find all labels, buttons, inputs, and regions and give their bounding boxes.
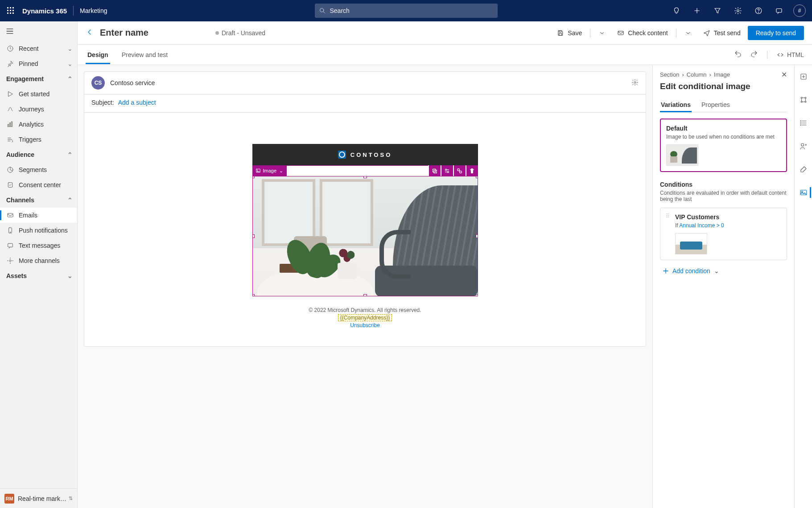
nav-text[interactable]: Text messages xyxy=(0,238,77,253)
resize-handle[interactable] xyxy=(363,294,367,296)
svg-rect-24 xyxy=(12,122,12,127)
tab-properties[interactable]: Properties xyxy=(701,98,731,112)
conditions-subtext: Conditions are evaluated in order with d… xyxy=(660,190,787,202)
module-name[interactable]: Marketing xyxy=(80,7,107,14)
nav-get-started[interactable]: Get started xyxy=(0,86,77,102)
personalization-icon[interactable] xyxy=(796,139,811,153)
html-toggle[interactable]: HTML xyxy=(776,51,804,59)
resize-handle[interactable] xyxy=(476,294,478,296)
chevron-down-icon: ⌄ xyxy=(67,45,73,52)
nav-triggers[interactable]: Triggers xyxy=(0,132,77,147)
nav-group-assets[interactable]: Assets ⌄ xyxy=(0,268,77,283)
redo-button[interactable] xyxy=(750,50,758,59)
chevron-down-icon xyxy=(598,29,606,37)
svg-point-56 xyxy=(800,121,801,122)
nav-group-channels[interactable]: Channels ⌃ xyxy=(0,193,77,208)
updown-icon: ⇅ xyxy=(69,496,73,501)
save-button[interactable]: Save xyxy=(552,27,586,39)
default-thumbnail[interactable] xyxy=(666,144,698,166)
tab-design[interactable]: Design xyxy=(86,46,110,64)
resize-handle[interactable] xyxy=(252,294,255,296)
resize-handle[interactable] xyxy=(252,234,255,238)
save-dropdown[interactable] xyxy=(594,27,610,39)
resize-handle[interactable] xyxy=(363,176,367,178)
nav-push[interactable]: Push notifications xyxy=(0,223,77,238)
image-panel-icon[interactable] xyxy=(796,185,811,200)
crumb-column[interactable]: Column xyxy=(687,71,707,78)
duplicate-icon[interactable] xyxy=(429,165,441,176)
nav-more-channels[interactable]: More channels xyxy=(0,253,77,268)
tab-variations[interactable]: Variations xyxy=(660,98,692,112)
drag-grip-icon[interactable]: ⠿ xyxy=(666,213,671,254)
header-settings-icon[interactable] xyxy=(631,79,639,87)
company-address-token[interactable]: {{CompanyAddress}} xyxy=(338,314,392,321)
link-icon[interactable] xyxy=(454,165,466,176)
crumb-image[interactable]: Image xyxy=(714,71,730,78)
nav-journeys[interactable]: Journeys xyxy=(0,102,77,117)
filter-icon[interactable] xyxy=(709,0,726,21)
trigger-icon xyxy=(6,135,14,143)
svg-rect-6 xyxy=(7,12,8,14)
default-variation-card[interactable]: Default Image to be used when no conditi… xyxy=(660,119,787,172)
nav-recent[interactable]: Recent ⌄ xyxy=(0,41,77,56)
element-tag-label: Image xyxy=(263,168,277,173)
outline-icon[interactable] xyxy=(796,116,811,130)
resize-handle[interactable] xyxy=(252,176,255,178)
condition-card[interactable]: ⠿ VIP Customers If Annual Income > 0 xyxy=(660,208,787,260)
ready-to-send-button[interactable]: Ready to send xyxy=(748,26,804,40)
chevron-down-icon: ⌄ xyxy=(279,168,283,174)
nav-pinned[interactable]: Pinned ⌄ xyxy=(0,56,77,71)
unsubscribe-link[interactable]: Unsubscribe xyxy=(309,322,421,328)
area-badge: RM xyxy=(4,494,14,504)
add-element-icon[interactable] xyxy=(796,70,811,84)
nav-segments[interactable]: Segments xyxy=(0,162,77,177)
app-launcher-icon[interactable] xyxy=(4,4,18,18)
theme-icon[interactable] xyxy=(796,162,811,176)
sidebar-toggle[interactable] xyxy=(0,21,77,41)
assistant-icon[interactable] xyxy=(770,0,788,21)
condition-expression[interactable]: Annual Income > 0 xyxy=(679,222,724,229)
email-body[interactable]: CONTOSO Image ⌄ xyxy=(84,113,646,346)
pin-icon xyxy=(6,60,14,68)
help-icon[interactable] xyxy=(750,0,767,21)
nav-group-engagement[interactable]: Engagement ⌃ xyxy=(0,71,77,86)
add-subject-link[interactable]: Add a subject xyxy=(118,99,156,106)
nav-analytics[interactable]: Analytics xyxy=(0,117,77,132)
nav-label: Engagement xyxy=(6,75,44,82)
user-avatar[interactable]: # xyxy=(791,0,808,21)
global-search[interactable] xyxy=(315,4,498,18)
resize-handle[interactable] xyxy=(476,176,478,178)
nav-group-audience[interactable]: Audience ⌃ xyxy=(0,147,77,162)
area-switcher[interactable]: RM Real-time marketi... ⇅ xyxy=(0,488,77,508)
element-tag[interactable]: Image ⌄ xyxy=(252,165,287,176)
app-topbar: Dynamics 365 Marketing # xyxy=(0,0,812,21)
brand-banner[interactable]: CONTOSO xyxy=(252,144,478,165)
nav-consent[interactable]: Consent center xyxy=(0,177,77,193)
product-name: Dynamics 365 xyxy=(22,7,67,15)
check-dropdown[interactable] xyxy=(680,27,696,39)
chevron-up-icon: ⌃ xyxy=(67,75,73,82)
plus-icon[interactable] xyxy=(688,0,706,21)
delete-icon[interactable] xyxy=(466,165,478,176)
check-content-button[interactable]: Check content xyxy=(613,27,672,39)
lightbulb-icon[interactable] xyxy=(668,0,685,21)
crumb-section[interactable]: Section xyxy=(660,71,679,78)
toolbox-rail xyxy=(794,65,812,508)
back-button[interactable] xyxy=(86,28,94,37)
canvas-area[interactable]: CS Contoso service Subject: Add a subjec… xyxy=(78,65,652,508)
gear-icon[interactable] xyxy=(729,0,747,21)
nav-emails[interactable]: Emails xyxy=(0,208,77,223)
close-icon[interactable]: ✕ xyxy=(781,70,787,79)
personalize-icon[interactable] xyxy=(441,165,453,176)
add-condition-button[interactable]: Add condition ⌄ xyxy=(660,267,787,274)
hero-image[interactable] xyxy=(252,176,478,296)
layout-icon[interactable] xyxy=(796,93,811,107)
undo-button[interactable] xyxy=(734,50,742,59)
condition-thumbnail[interactable] xyxy=(675,233,707,254)
resize-handle[interactable] xyxy=(476,234,478,238)
test-send-button[interactable]: Test send xyxy=(699,27,745,39)
tab-preview[interactable]: Preview and test xyxy=(120,46,170,64)
record-title[interactable]: Enter name xyxy=(100,28,148,38)
search-input[interactable] xyxy=(329,7,493,15)
sender-name[interactable]: Contoso service xyxy=(110,79,155,86)
